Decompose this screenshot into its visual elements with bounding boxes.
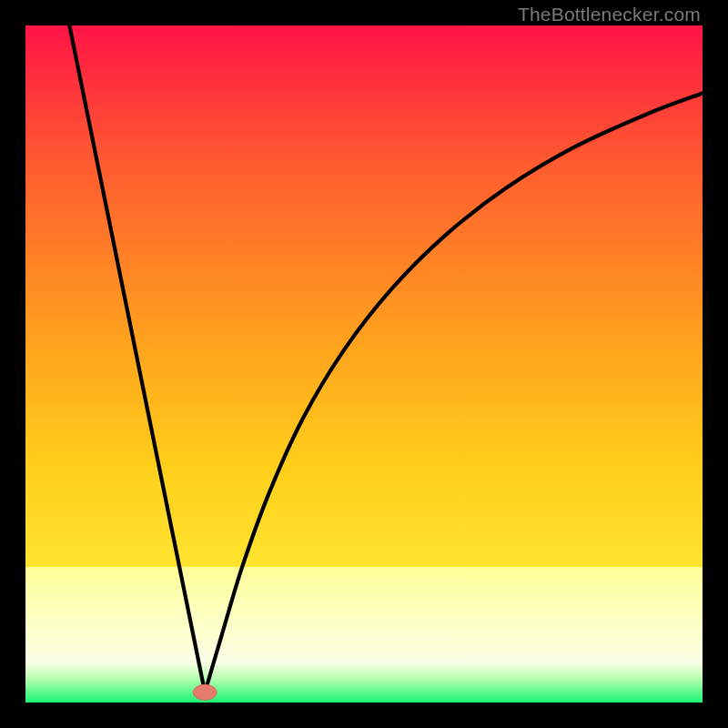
attribution-text: TheBottlenecker.com [518,4,701,25]
gradient-background [25,25,703,703]
chart-frame [25,25,703,703]
bottleneck-chart [25,25,703,703]
minimum-marker [193,684,217,700]
